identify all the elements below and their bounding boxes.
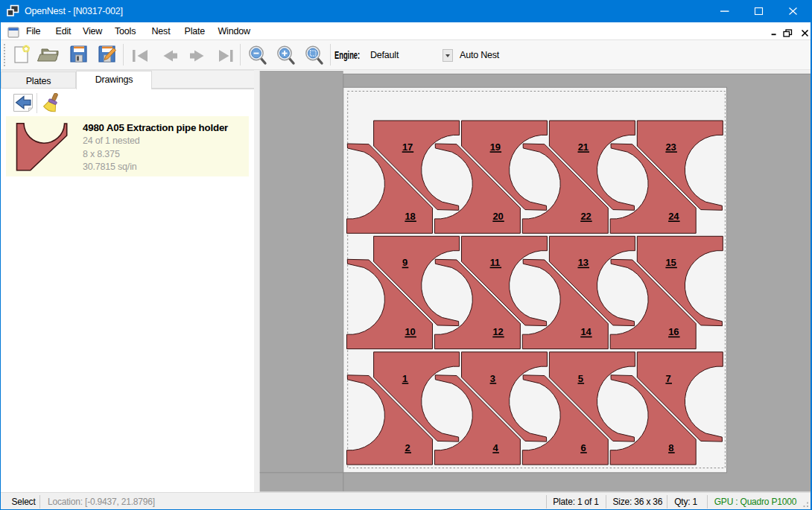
svg-text:21: 21 bbox=[578, 141, 589, 153]
svg-text:1: 1 bbox=[402, 373, 407, 384]
svg-text:12: 12 bbox=[493, 326, 504, 337]
svg-text:3: 3 bbox=[490, 373, 495, 384]
svg-text:19: 19 bbox=[490, 141, 501, 153]
svg-text:15: 15 bbox=[666, 257, 676, 268]
svg-text:18: 18 bbox=[405, 211, 416, 222]
svg-text:8: 8 bbox=[668, 442, 673, 453]
svg-text:2: 2 bbox=[405, 442, 410, 453]
svg-text:9: 9 bbox=[402, 257, 407, 268]
svg-text:20: 20 bbox=[493, 211, 504, 222]
svg-text:10: 10 bbox=[405, 326, 416, 337]
svg-text:16: 16 bbox=[668, 326, 679, 337]
svg-text:23: 23 bbox=[666, 141, 676, 153]
svg-text:22: 22 bbox=[580, 211, 591, 222]
svg-text:4: 4 bbox=[493, 442, 499, 453]
svg-text:24: 24 bbox=[668, 211, 679, 222]
svg-text:17: 17 bbox=[402, 141, 413, 153]
svg-text:7: 7 bbox=[666, 373, 671, 384]
svg-text:13: 13 bbox=[578, 257, 589, 268]
svg-text:5: 5 bbox=[578, 373, 583, 384]
svg-text:11: 11 bbox=[490, 257, 500, 268]
svg-text:6: 6 bbox=[580, 442, 586, 453]
svg-text:14: 14 bbox=[580, 326, 591, 337]
